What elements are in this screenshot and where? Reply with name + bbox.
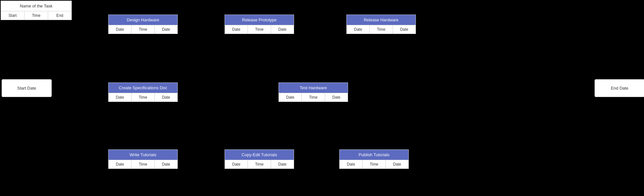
task-row-test-hardware: Date Time Date bbox=[279, 93, 348, 102]
legend-col-time: Time bbox=[25, 11, 48, 20]
task-card-release-prototype: Release Prototype Date Time Date bbox=[225, 15, 294, 34]
task-date2-write-tutorials: Date bbox=[155, 160, 177, 169]
task-date1-write-tutorials: Date bbox=[109, 160, 132, 169]
task-date1-test-hardware: Date bbox=[279, 93, 302, 102]
task-card-write-tutorials: Write Tutorials Date Time Date bbox=[108, 149, 178, 169]
legend-row: Start Time End bbox=[1, 11, 71, 20]
task-date2-test-hardware: Date bbox=[325, 93, 348, 102]
task-card-release-hardware: Release Hardware Date Time Date bbox=[346, 15, 416, 34]
task-title-release-prototype: Release Prototype bbox=[225, 15, 294, 25]
task-title-create-specs: Create Specifications Doc bbox=[109, 83, 177, 93]
task-row-publish-tutorials: Date Time Date bbox=[340, 160, 408, 169]
task-card-publish-tutorials: Publish Tutorials Date Time Date bbox=[339, 149, 409, 169]
task-time-design-hardware: Time bbox=[132, 25, 154, 34]
task-row-release-hardware: Date Time Date bbox=[347, 25, 416, 34]
task-date1-design-hardware: Date bbox=[109, 25, 132, 34]
task-time-publish-tutorials: Time bbox=[363, 160, 385, 169]
task-date2-release-prototype: Date bbox=[271, 25, 294, 34]
task-title-write-tutorials: Write Tutorials bbox=[109, 150, 177, 160]
task-date2-copy-edit-tutorials: Date bbox=[271, 160, 294, 169]
task-row-copy-edit-tutorials: Date Time Date bbox=[225, 160, 294, 169]
legend-col-start: Start bbox=[1, 11, 25, 20]
task-time-test-hardware: Time bbox=[302, 93, 325, 102]
task-row-create-specs: Date Time Date bbox=[109, 93, 177, 102]
task-title-test-hardware: Test Hardware bbox=[279, 83, 348, 93]
task-time-release-prototype: Time bbox=[248, 25, 271, 34]
task-date1-release-hardware: Date bbox=[347, 25, 370, 34]
task-time-copy-edit-tutorials: Time bbox=[248, 160, 271, 169]
task-card-copy-edit-tutorials: Copy-Edit Tutorials Date Time Date bbox=[225, 149, 294, 169]
task-title-release-hardware: Release Hardware bbox=[347, 15, 416, 25]
task-date1-publish-tutorials: Date bbox=[340, 160, 363, 169]
start-date-box: Start Date bbox=[2, 79, 52, 97]
task-date2-create-specs: Date bbox=[155, 93, 177, 102]
task-date2-design-hardware: Date bbox=[155, 25, 177, 34]
task-row-design-hardware: Date Time Date bbox=[109, 25, 177, 34]
task-time-write-tutorials: Time bbox=[132, 160, 154, 169]
task-time-create-specs: Time bbox=[132, 93, 154, 102]
end-date-label: End Date bbox=[611, 86, 628, 91]
task-title-design-hardware: Design Hardware bbox=[109, 15, 177, 25]
task-title-publish-tutorials: Publish Tutorials bbox=[340, 150, 408, 160]
legend-col-end: End bbox=[48, 11, 71, 20]
task-date1-create-specs: Date bbox=[109, 93, 132, 102]
task-date1-copy-edit-tutorials: Date bbox=[225, 160, 248, 169]
task-date2-release-hardware: Date bbox=[393, 25, 416, 34]
task-title-copy-edit-tutorials: Copy-Edit Tutorials bbox=[225, 150, 294, 160]
task-row-release-prototype: Date Time Date bbox=[225, 25, 294, 34]
legend-title: Name of the Task bbox=[1, 1, 71, 11]
task-row-write-tutorials: Date Time Date bbox=[109, 160, 177, 169]
task-card-create-specs: Create Specifications Doc Date Time Date bbox=[108, 82, 178, 102]
start-date-label: Start Date bbox=[17, 86, 36, 91]
task-date2-publish-tutorials: Date bbox=[386, 160, 408, 169]
task-time-release-hardware: Time bbox=[370, 25, 393, 34]
task-card-design-hardware: Design Hardware Date Time Date bbox=[108, 15, 178, 34]
task-card-test-hardware: Test Hardware Date Time Date bbox=[279, 82, 348, 102]
legend-card: Name of the Task Start Time End bbox=[1, 1, 72, 20]
task-date1-release-prototype: Date bbox=[225, 25, 248, 34]
end-date-box: End Date bbox=[595, 79, 644, 97]
